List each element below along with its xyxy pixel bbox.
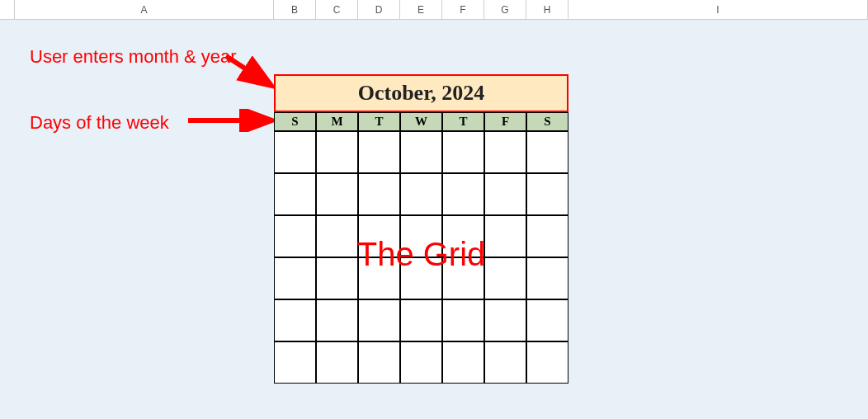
calendar-cell[interactable]	[316, 257, 358, 299]
column-header-D[interactable]: D	[358, 0, 400, 19]
calendar-cell[interactable]	[358, 173, 400, 215]
calendar-cell[interactable]	[526, 215, 568, 257]
day-header: T	[358, 112, 400, 131]
day-header: M	[316, 112, 358, 131]
calendar-cell[interactable]	[442, 341, 484, 384]
calendar-cell[interactable]	[274, 341, 316, 384]
calendar-cell[interactable]	[526, 257, 568, 299]
calendar-days-header: S M T W T F S	[274, 112, 568, 131]
calendar-cell[interactable]	[484, 215, 526, 257]
calendar-row	[274, 173, 568, 215]
calendar-cell[interactable]	[484, 299, 526, 341]
calendar-grid: The Grid	[274, 131, 568, 384]
arrow-icon	[223, 51, 279, 92]
calendar-cell[interactable]	[400, 131, 442, 173]
row-header-gap	[0, 0, 15, 19]
column-header-E[interactable]: E	[400, 0, 442, 19]
calendar-row	[274, 341, 568, 384]
calendar-cell[interactable]	[274, 131, 316, 173]
calendar-cell[interactable]	[316, 131, 358, 173]
calendar-cell[interactable]	[358, 131, 400, 173]
calendar-cell[interactable]	[400, 341, 442, 384]
calendar-cell[interactable]	[484, 257, 526, 299]
column-header-H[interactable]: H	[526, 0, 568, 19]
annotation-grid-label: The Grid	[357, 236, 486, 273]
calendar-cell[interactable]	[316, 215, 358, 257]
column-header-F[interactable]: F	[442, 0, 484, 19]
calendar-row	[274, 131, 568, 173]
calendar-cell[interactable]	[316, 341, 358, 384]
svg-line-1	[226, 56, 269, 84]
calendar-cell[interactable]	[274, 215, 316, 257]
calendar-cell[interactable]	[484, 173, 526, 215]
annotation-days-of-week: Days of the week	[30, 112, 169, 134]
day-header: F	[484, 112, 526, 131]
column-header-B[interactable]: B	[274, 0, 316, 19]
calendar-cell[interactable]	[316, 173, 358, 215]
calendar-cell[interactable]	[484, 131, 526, 173]
calendar-cell[interactable]	[526, 173, 568, 215]
calendar-cell[interactable]	[526, 299, 568, 341]
calendar-title[interactable]: October, 2024	[274, 74, 568, 112]
day-header: S	[526, 112, 568, 131]
column-header-C[interactable]: C	[316, 0, 358, 19]
column-header-G[interactable]: G	[484, 0, 526, 19]
column-headers-row: A B C D E F G H I	[0, 0, 868, 20]
calendar: October, 2024 S M T W T F S The Grid	[274, 74, 568, 384]
calendar-cell[interactable]	[274, 173, 316, 215]
calendar-cell[interactable]	[400, 173, 442, 215]
calendar-cell[interactable]	[274, 257, 316, 299]
arrow-icon	[185, 109, 277, 132]
calendar-cell[interactable]	[358, 299, 400, 341]
day-header: T	[442, 112, 484, 131]
calendar-cell[interactable]	[274, 299, 316, 341]
calendar-cell[interactable]	[442, 299, 484, 341]
calendar-cell[interactable]	[316, 299, 358, 341]
column-header-A[interactable]: A	[15, 0, 274, 19]
calendar-cell[interactable]	[442, 131, 484, 173]
calendar-cell[interactable]	[400, 299, 442, 341]
calendar-cell[interactable]	[442, 173, 484, 215]
calendar-cell[interactable]	[358, 341, 400, 384]
annotation-month-year: User enters month & year	[30, 46, 237, 68]
day-header: W	[400, 112, 442, 131]
calendar-cell[interactable]	[484, 341, 526, 384]
column-header-I[interactable]: I	[568, 0, 868, 19]
day-header: S	[274, 112, 316, 131]
calendar-cell[interactable]	[526, 131, 568, 173]
calendar-row	[274, 299, 568, 341]
calendar-cell[interactable]	[526, 341, 568, 384]
